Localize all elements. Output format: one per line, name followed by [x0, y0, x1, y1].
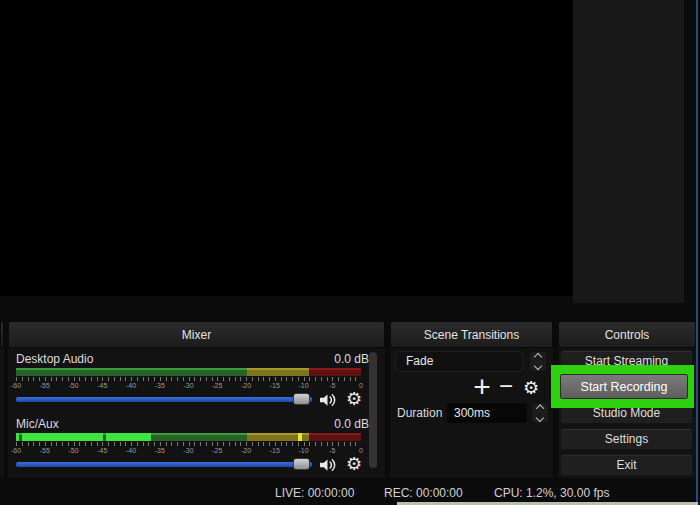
mixer-scrollbar[interactable]	[369, 352, 377, 468]
volume-slider[interactable]	[16, 462, 312, 467]
controls-title: Controls	[605, 328, 650, 342]
channel-name: Mic/Aux	[16, 417, 59, 431]
transition-selected-value: Fade	[406, 354, 433, 368]
add-transition-button[interactable]: +	[466, 375, 498, 401]
chevron-up-icon	[536, 405, 544, 413]
clipped-dock-header	[0, 321, 4, 348]
settings-button[interactable]: Settings	[560, 428, 693, 450]
meter-tick-marks	[16, 442, 361, 446]
status-rec-time: REC: 00:00:00	[384, 486, 463, 502]
mixer-channel-desktop-audio: Desktop Audio 0.0 dB -60-55-50-45-40-35-…	[16, 352, 369, 412]
meter-tick-marks	[16, 377, 361, 381]
channel-gear-icon[interactable]: ⚙	[344, 454, 364, 474]
volume-slider[interactable]	[16, 397, 312, 402]
channel-db-value: 0.0 dB	[334, 352, 369, 366]
speaker-icon[interactable]	[318, 456, 337, 474]
volume-meter	[16, 433, 361, 441]
duration-label: Duration	[397, 406, 442, 420]
window-edge-highlight	[696, 0, 698, 505]
obs-window: Mixer Desktop Audio 0.0 dB -60-55-50-45-…	[0, 0, 700, 505]
status-cpu-fps: CPU: 1.2%, 30.00 fps	[494, 486, 609, 502]
chevron-down-icon	[534, 362, 542, 370]
duration-input[interactable]: 300ms	[447, 403, 527, 423]
transition-select[interactable]: Fade	[395, 351, 523, 372]
duration-value: 300ms	[454, 406, 490, 420]
meter-scale-labels: -60-55-50-45-40-35-30-25-20-15-10-50	[16, 382, 361, 392]
transition-select-spinner[interactable]	[529, 351, 547, 372]
controls-dock-header[interactable]: Controls	[558, 321, 696, 348]
scene-transitions-title: Scene Transitions	[424, 328, 519, 342]
duration-spinner[interactable]	[531, 403, 549, 423]
scene-transitions-dock: Fade + − ⚙ Duration 300ms	[390, 348, 553, 478]
volume-slider-handle[interactable]	[293, 458, 310, 470]
preview-canvas[interactable]	[0, 0, 573, 296]
exit-button[interactable]: Exit	[560, 454, 693, 476]
volume-slider-handle[interactable]	[293, 393, 310, 405]
status-live-time: LIVE: 00:00:00	[275, 486, 354, 502]
speaker-icon[interactable]	[318, 391, 337, 409]
channel-db-value: 0.0 dB	[334, 417, 369, 431]
meter-scale-labels: -60-55-50-45-40-35-30-25-20-15-10-50	[16, 447, 361, 457]
scene-transitions-dock-header[interactable]: Scene Transitions	[390, 321, 553, 348]
start-recording-button[interactable]: Start Recording	[560, 374, 688, 399]
preview-side-area	[573, 0, 684, 303]
channel-gear-icon[interactable]: ⚙	[344, 389, 364, 409]
remove-transition-button[interactable]: −	[496, 375, 516, 401]
chevron-down-icon	[536, 413, 544, 421]
volume-meter	[16, 368, 361, 376]
transition-properties-gear-icon[interactable]: ⚙	[520, 377, 542, 399]
clipped-dock-body	[0, 348, 4, 478]
mixer-channel-mic-aux: Mic/Aux 0.0 dB -60-55-50-45-40-35-30-25-…	[16, 417, 369, 477]
chevron-up-icon	[534, 353, 542, 361]
channel-name: Desktop Audio	[16, 352, 93, 366]
mixer-dock: Desktop Audio 0.0 dB -60-55-50-45-40-35-…	[8, 348, 385, 478]
mixer-dock-header[interactable]: Mixer	[8, 321, 385, 348]
mixer-title: Mixer	[182, 328, 211, 342]
